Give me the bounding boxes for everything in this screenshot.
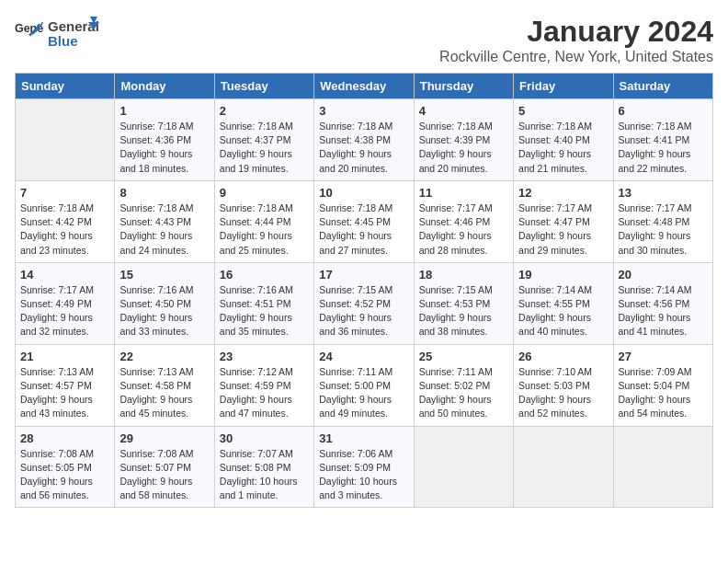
cell-info: Sunrise: 7:18 AM Sunset: 4:40 PM Dayligh… [518, 120, 608, 176]
day-of-week-header: Friday [514, 74, 613, 99]
calendar-cell: 2Sunrise: 7:18 AM Sunset: 4:37 PM Daylig… [214, 99, 313, 181]
day-number: 17 [319, 268, 408, 282]
calendar-cell: 12Sunrise: 7:17 AM Sunset: 4:47 PM Dayli… [514, 180, 613, 262]
calendar-cell: 15Sunrise: 7:16 AM Sunset: 4:50 PM Dayli… [115, 262, 214, 344]
calendar-cell: 6Sunrise: 7:18 AM Sunset: 4:41 PM Daylig… [613, 99, 712, 181]
calendar-week-row: 14Sunrise: 7:17 AM Sunset: 4:49 PM Dayli… [16, 262, 713, 344]
day-number: 28 [20, 431, 109, 445]
location-subtitle: Rockville Centre, New York, United State… [439, 49, 713, 65]
calendar-cell: 5Sunrise: 7:18 AM Sunset: 4:40 PM Daylig… [514, 99, 613, 181]
svg-text:Blue: Blue [48, 33, 78, 49]
day-number: 16 [220, 268, 309, 282]
calendar-cell: 30Sunrise: 7:07 AM Sunset: 5:08 PM Dayli… [214, 426, 313, 508]
cell-info: Sunrise: 7:18 AM Sunset: 4:44 PM Dayligh… [220, 201, 309, 258]
day-number: 29 [119, 431, 209, 445]
cell-info: Sunrise: 7:06 AM Sunset: 5:09 PM Dayligh… [319, 447, 408, 503]
day-number: 21 [20, 350, 109, 363]
day-number: 30 [220, 431, 309, 445]
cell-info: Sunrise: 7:11 AM Sunset: 5:02 PM Dayligh… [419, 365, 508, 421]
calendar-cell: 29Sunrise: 7:08 AM Sunset: 5:07 PM Dayli… [115, 426, 214, 508]
calendar-cell: 4Sunrise: 7:18 AM Sunset: 4:39 PM Daylig… [414, 99, 513, 181]
day-number: 4 [419, 104, 508, 118]
calendar-cell: 27Sunrise: 7:09 AM Sunset: 5:04 PM Dayli… [613, 344, 712, 426]
cell-info: Sunrise: 7:15 AM Sunset: 4:53 PM Dayligh… [419, 283, 508, 339]
calendar-cell [16, 99, 115, 181]
calendar-cell: 7Sunrise: 7:18 AM Sunset: 4:42 PM Daylig… [16, 180, 115, 262]
cell-info: Sunrise: 7:16 AM Sunset: 4:51 PM Dayligh… [220, 283, 309, 339]
calendar-week-row: 7Sunrise: 7:18 AM Sunset: 4:42 PM Daylig… [16, 180, 713, 262]
day-number: 25 [419, 350, 508, 363]
day-number: 5 [518, 104, 608, 118]
cell-info: Sunrise: 7:11 AM Sunset: 5:00 PM Dayligh… [319, 365, 408, 421]
logo-svg: General Blue [48, 15, 103, 50]
cell-info: Sunrise: 7:17 AM Sunset: 4:47 PM Dayligh… [518, 201, 608, 258]
cell-info: Sunrise: 7:13 AM Sunset: 4:57 PM Dayligh… [20, 365, 109, 421]
cell-info: Sunrise: 7:15 AM Sunset: 4:52 PM Dayligh… [319, 283, 408, 339]
month-title: January 2024 [439, 15, 713, 49]
day-number: 15 [119, 268, 209, 282]
day-number: 2 [220, 104, 309, 118]
calendar-cell: 16Sunrise: 7:16 AM Sunset: 4:51 PM Dayli… [214, 262, 313, 344]
day-number: 18 [419, 268, 508, 282]
logo-icon: General [15, 17, 44, 47]
calendar-header-row: SundayMondayTuesdayWednesdayThursdayFrid… [16, 74, 713, 99]
day-number: 9 [220, 186, 309, 200]
calendar-cell: 23Sunrise: 7:12 AM Sunset: 4:59 PM Dayli… [214, 344, 313, 426]
day-of-week-header: Monday [115, 74, 214, 99]
calendar-week-row: 1Sunrise: 7:18 AM Sunset: 4:36 PM Daylig… [16, 99, 713, 181]
day-of-week-header: Saturday [613, 74, 712, 99]
calendar-cell: 25Sunrise: 7:11 AM Sunset: 5:02 PM Dayli… [414, 344, 513, 426]
calendar-cell: 20Sunrise: 7:14 AM Sunset: 4:56 PM Dayli… [613, 262, 712, 344]
calendar-cell: 31Sunrise: 7:06 AM Sunset: 5:09 PM Dayli… [314, 426, 414, 508]
day-number: 3 [319, 104, 408, 118]
day-number: 19 [518, 268, 608, 282]
calendar-cell [414, 426, 513, 508]
cell-info: Sunrise: 7:16 AM Sunset: 4:50 PM Dayligh… [119, 283, 209, 339]
calendar-cell: 17Sunrise: 7:15 AM Sunset: 4:52 PM Dayli… [314, 262, 414, 344]
calendar-cell: 8Sunrise: 7:18 AM Sunset: 4:43 PM Daylig… [115, 180, 214, 262]
calendar-cell: 9Sunrise: 7:18 AM Sunset: 4:44 PM Daylig… [214, 180, 313, 262]
calendar-cell: 21Sunrise: 7:13 AM Sunset: 4:57 PM Dayli… [16, 344, 115, 426]
title-area: January 2024 Rockville Centre, New York,… [439, 15, 713, 65]
day-of-week-header: Wednesday [314, 74, 414, 99]
calendar-week-row: 21Sunrise: 7:13 AM Sunset: 4:57 PM Dayli… [16, 344, 713, 426]
calendar-cell: 26Sunrise: 7:10 AM Sunset: 5:03 PM Dayli… [514, 344, 613, 426]
calendar-cell [514, 426, 613, 508]
day-number: 13 [619, 186, 708, 200]
day-number: 12 [518, 186, 608, 200]
calendar-cell: 19Sunrise: 7:14 AM Sunset: 4:55 PM Dayli… [514, 262, 613, 344]
calendar-cell: 10Sunrise: 7:18 AM Sunset: 4:45 PM Dayli… [314, 180, 414, 262]
day-number: 23 [220, 350, 309, 363]
calendar-cell: 3Sunrise: 7:18 AM Sunset: 4:38 PM Daylig… [314, 99, 414, 181]
cell-info: Sunrise: 7:09 AM Sunset: 5:04 PM Dayligh… [619, 365, 708, 421]
cell-info: Sunrise: 7:08 AM Sunset: 5:07 PM Dayligh… [119, 447, 209, 503]
cell-info: Sunrise: 7:12 AM Sunset: 4:59 PM Dayligh… [220, 365, 309, 421]
cell-info: Sunrise: 7:14 AM Sunset: 4:56 PM Dayligh… [619, 283, 708, 339]
logo-text: General Blue [48, 15, 103, 50]
cell-info: Sunrise: 7:17 AM Sunset: 4:48 PM Dayligh… [619, 201, 708, 258]
day-number: 26 [518, 350, 608, 363]
day-number: 14 [20, 268, 109, 282]
cell-info: Sunrise: 7:17 AM Sunset: 4:46 PM Dayligh… [419, 201, 508, 258]
calendar-cell: 22Sunrise: 7:13 AM Sunset: 4:58 PM Dayli… [115, 344, 214, 426]
calendar-table: SundayMondayTuesdayWednesdayThursdayFrid… [15, 73, 713, 508]
calendar-cell: 24Sunrise: 7:11 AM Sunset: 5:00 PM Dayli… [314, 344, 414, 426]
day-number: 20 [619, 268, 708, 282]
calendar-cell: 11Sunrise: 7:17 AM Sunset: 4:46 PM Dayli… [414, 180, 513, 262]
day-of-week-header: Thursday [414, 74, 513, 99]
calendar-cell: 28Sunrise: 7:08 AM Sunset: 5:05 PM Dayli… [16, 426, 115, 508]
cell-info: Sunrise: 7:18 AM Sunset: 4:39 PM Dayligh… [419, 120, 508, 176]
day-number: 8 [119, 186, 209, 200]
day-of-week-header: Tuesday [214, 74, 313, 99]
cell-info: Sunrise: 7:17 AM Sunset: 4:49 PM Dayligh… [20, 283, 109, 339]
calendar-cell: 18Sunrise: 7:15 AM Sunset: 4:53 PM Dayli… [414, 262, 513, 344]
calendar-week-row: 28Sunrise: 7:08 AM Sunset: 5:05 PM Dayli… [16, 426, 713, 508]
cell-info: Sunrise: 7:14 AM Sunset: 4:55 PM Dayligh… [518, 283, 608, 339]
day-number: 24 [319, 350, 408, 363]
cell-info: Sunrise: 7:18 AM Sunset: 4:45 PM Dayligh… [319, 201, 408, 258]
day-number: 31 [319, 431, 408, 445]
svg-text:General: General [15, 22, 44, 35]
day-number: 7 [20, 186, 109, 200]
day-of-week-header: Sunday [16, 74, 115, 99]
day-number: 22 [119, 350, 209, 363]
